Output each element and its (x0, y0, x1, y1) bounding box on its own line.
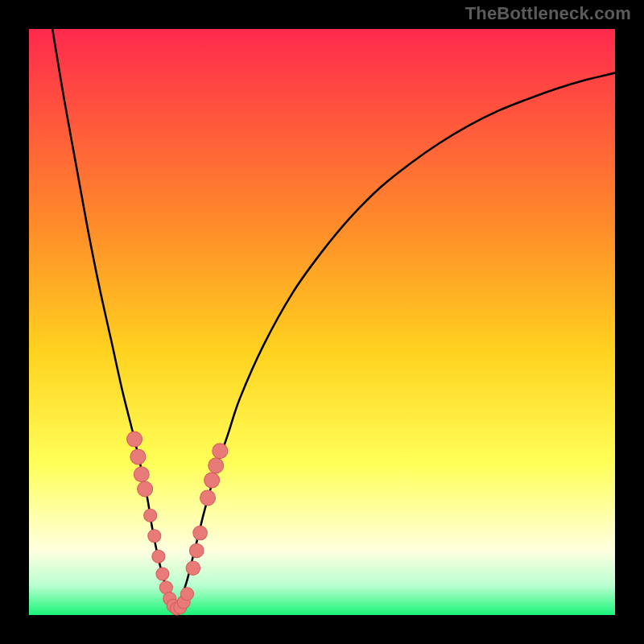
curve-left-branch (52, 29, 175, 609)
data-marker (213, 444, 228, 459)
data-marker (134, 467, 149, 482)
data-marker (200, 490, 216, 506)
data-marker (144, 509, 157, 522)
chart-frame: TheBottleneck.com (0, 0, 644, 644)
data-marker (127, 431, 142, 447)
watermark-text: TheBottleneck.com (465, 3, 631, 24)
curve-markers (127, 431, 228, 615)
data-marker (181, 588, 194, 601)
data-marker (156, 568, 169, 580)
data-marker (152, 550, 165, 563)
data-marker (186, 561, 200, 575)
curve-layer (29, 29, 615, 615)
data-marker (138, 481, 153, 497)
data-marker (189, 543, 203, 557)
curve-right-branch (175, 73, 615, 609)
data-marker (148, 530, 161, 543)
plot-area (29, 29, 615, 615)
data-marker (193, 526, 207, 539)
data-marker (208, 458, 224, 473)
data-marker (130, 449, 146, 464)
data-marker (204, 473, 220, 488)
